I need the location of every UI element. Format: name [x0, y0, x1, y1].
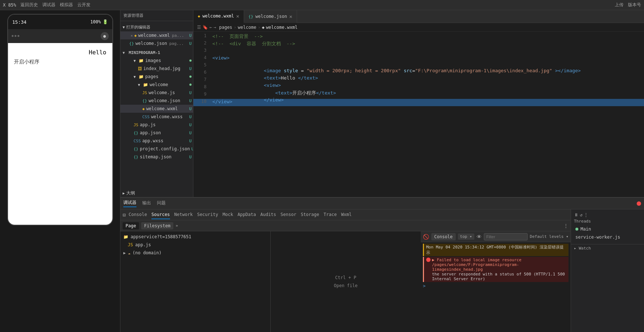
folder-images[interactable]: ▼ 📁 images — [120, 57, 193, 65]
source-no-domain[interactable]: ▶ ☁ (no domain) — [120, 249, 270, 257]
toolbar-menu-3[interactable]: 模拟器 — [60, 2, 73, 8]
toolbar-version: 版本号 — [628, 2, 641, 8]
devtools-sources-tab[interactable]: Sources — [151, 211, 170, 219]
thread-service-worker[interactable]: service-worker.js — [574, 233, 641, 241]
file-app-wxss[interactable]: CSS app.wxss U — [120, 137, 193, 145]
devtools-wxml-tab[interactable]: Wxml — [341, 211, 352, 219]
debugger-tab-output[interactable]: 输出 — [142, 200, 151, 207]
toolbar-menu-2[interactable]: 调试器 — [42, 2, 55, 8]
welcome-json-label: welcome.json — [149, 98, 180, 103]
battery-icon: 🔋 — [103, 19, 108, 24]
toolbar-menu-1[interactable]: 返回历史 — [20, 2, 38, 8]
console-clear-icon[interactable]: 🚫 — [423, 234, 429, 240]
file-welcome-json[interactable]: {} welcome.json U — [120, 97, 193, 105]
img-icon: 🖼 — [138, 66, 142, 71]
more-icon[interactable]: ⋮ — [584, 212, 588, 217]
phone-open-text: 开启小程序 — [14, 59, 107, 65]
folder-pages-label: pages — [145, 74, 158, 79]
devtools-sensor-tab[interactable]: Sensor — [281, 211, 296, 219]
open-editors-section: ▼ 打开的编辑器 ✕ ◆ welcome.wxml pa... U {} wel… — [120, 21, 193, 49]
phone-status-right: 100% 🔋 — [90, 19, 108, 24]
welcome-wxss-label: welcome.wxss — [151, 114, 183, 119]
bc-forward[interactable]: → — [213, 25, 216, 30]
wxml-icon-w: ◆ — [142, 107, 145, 111]
dot3 — [18, 35, 19, 37]
folder-icon-appservice: 📁 — [123, 235, 128, 239]
tab-json-icon: {} — [248, 14, 253, 19]
resource-manager-title: 资源管理器 — [123, 13, 143, 18]
open-file-label: Open file — [334, 283, 358, 288]
toolbar-menu-4[interactable]: 云开发 — [77, 2, 90, 8]
devtools-audits-tab[interactable]: Audits — [260, 211, 276, 219]
pages-arrow: ▼ — [134, 75, 136, 79]
top-dropdown[interactable]: top ▾ — [458, 233, 474, 240]
outline-label[interactable]: ▶ 大纲 — [120, 189, 193, 197]
open-file-welcome-json[interactable]: {} welcome.json pag... U — [120, 39, 193, 47]
step-icon[interactable]: ↺ — [580, 212, 582, 217]
dot1 — [12, 35, 14, 37]
json-icon-sitemap: {} — [134, 155, 138, 159]
folder-welcome-label: welcome — [150, 82, 168, 87]
bc-sep3: › — [258, 25, 260, 30]
file-welcome-wxml[interactable]: ◆ welcome.wxml U — [120, 105, 193, 113]
devtools-console-tab[interactable]: Console — [128, 211, 147, 219]
json-icon-2: {} — [129, 41, 134, 46]
phone-close-btn[interactable]: ● — [101, 32, 109, 40]
sources-filesystem-tab[interactable]: Filesystem — [141, 222, 173, 229]
file-project-config[interactable]: {} project.config.json U — [120, 145, 193, 153]
bc-pages[interactable]: pages — [219, 25, 232, 30]
wxss-icon-app: CSS — [134, 139, 141, 143]
bc-back[interactable]: ← — [209, 25, 212, 30]
source-appservice[interactable]: 📁 appservice?t=1588577651 — [120, 233, 270, 241]
sources-more-btn[interactable]: » — [176, 223, 178, 228]
devtools-pointer-icon[interactable]: ⊡ — [123, 212, 126, 218]
folder-icon-welcome: 📁 — [143, 82, 148, 87]
devtools-security-tab[interactable]: Security — [197, 211, 218, 219]
devtools-network-tab[interactable]: Network — [174, 211, 193, 219]
thread-main[interactable]: Main — [574, 225, 641, 233]
tab-wxml-label: welcome.wxml — [203, 13, 234, 19]
sources-menu-icon[interactable]: ⋮ — [563, 223, 568, 229]
devtools-appdata-tab[interactable]: AppData — [238, 211, 256, 219]
bc-welcome[interactable]: welcome — [238, 25, 257, 30]
devtools-tabs: Console Sources Network Security Mock Ap… — [128, 211, 351, 219]
tab-welcome-json[interactable]: {} welcome.json ✕ — [244, 10, 297, 23]
sources-page-tab[interactable]: Page — [123, 222, 139, 229]
pause-icon[interactable]: ⏸ — [574, 212, 578, 217]
close-file-icon[interactable]: ✕ — [131, 34, 133, 38]
file-app-js[interactable]: JS app.js U — [120, 121, 193, 129]
file-welcome-wxss[interactable]: CSS welcome.wxss U — [120, 113, 193, 121]
file-index-head[interactable]: 🖼 index_head.jpg U — [120, 65, 193, 73]
tab-close-wxml[interactable]: ✕ — [236, 13, 239, 19]
open-file-welcome-wxml[interactable]: ✕ ◆ welcome.wxml pa... U — [120, 31, 193, 39]
json-icon-app: {} — [134, 131, 138, 135]
folder-pages[interactable]: ▼ 📁 pages — [120, 73, 193, 81]
devtools-storage-tab[interactable]: Storage — [301, 211, 319, 219]
file-welcome-js[interactable]: JS welcome.js U — [120, 89, 193, 97]
code-text-10[interactable]: </view> — [212, 99, 232, 104]
tab-welcome-wxml[interactable]: ◆ welcome.wxml ✕ — [193, 10, 244, 23]
open-editors-header[interactable]: ▼ 打开的编辑器 — [120, 23, 193, 31]
console-filter-input[interactable] — [484, 233, 528, 240]
devtools-trace-tab[interactable]: Trace — [324, 211, 337, 219]
error-indicator — [637, 201, 641, 206]
open-editors-arrow: ▼ — [123, 25, 125, 29]
debugger-tab-problem[interactable]: 问题 — [157, 200, 166, 207]
code-text-1[interactable]: <!-- 页面背景 --> — [212, 33, 263, 40]
project-config-label: project.config.json — [140, 146, 190, 151]
threads-title: Threads — [574, 219, 641, 224]
code-text-4[interactable]: <view> — [212, 55, 230, 61]
file-app-json[interactable]: {} app.json U — [120, 129, 193, 137]
source-appjs[interactable]: JS app.js — [120, 241, 270, 249]
devtools-mock-tab[interactable]: Mock — [223, 211, 233, 219]
thread-main-dot — [575, 228, 578, 231]
zoom-level[interactable]: X 85% — [3, 3, 16, 8]
eye-icon[interactable]: 👁 — [477, 234, 482, 240]
debugger-left-panel: ⊡ Console Sources Network Security Mock … — [120, 209, 571, 332]
tab-close-json[interactable]: ✕ — [289, 14, 292, 19]
default-levels[interactable]: Default levels ▾ — [530, 234, 568, 239]
folder-welcome[interactable]: ▼ 📁 welcome — [120, 81, 193, 89]
code-text-2[interactable]: <!-- <div 容器 分割文档 --> — [212, 40, 295, 47]
file-sitemap-json[interactable]: {} sitemap.json U — [120, 153, 193, 161]
debugger-tab-debugger[interactable]: 调试器 — [123, 200, 136, 207]
